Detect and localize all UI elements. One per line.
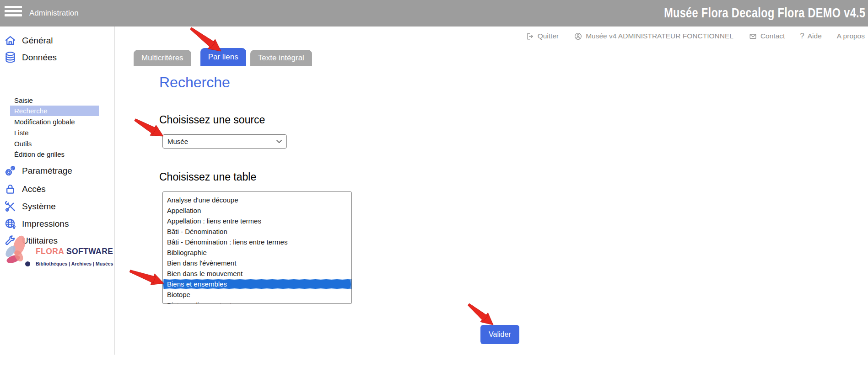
list-item[interactable]: Analyse d'une découpe xyxy=(163,195,351,205)
sidebar-item-label: Impressions xyxy=(22,219,69,229)
flora-software-logo: FLORA SOFTWARE Bibliothèques | Archives … xyxy=(0,232,112,273)
mail-icon xyxy=(749,32,757,41)
logo-tagline: Bibliothèques | Archives | Musées xyxy=(36,261,113,266)
tools-icon xyxy=(4,200,16,213)
sidebar-item-donnees[interactable]: Données xyxy=(4,51,57,64)
list-item[interactable]: Biotope xyxy=(163,289,351,300)
help-link[interactable]: ? Aide xyxy=(800,32,822,41)
sidebar-subitem-edition-de-grilles[interactable]: Édition de grilles xyxy=(14,149,65,159)
source-select[interactable]: Musée xyxy=(162,134,287,149)
sidebar-item-impressions[interactable]: Impressions xyxy=(4,218,69,230)
sidebar-item-acces[interactable]: Accès xyxy=(4,183,46,195)
logo-name: FLORA SOFTWARE xyxy=(36,247,113,256)
home-icon xyxy=(4,34,16,47)
lock-icon xyxy=(4,183,16,195)
list-item-clipped[interactable]: Biotope : liens entre termes xyxy=(163,300,351,304)
brand-title: Musée Flora Decalog Flora DEMO v4.5 xyxy=(664,0,865,27)
page-title: Recherche xyxy=(159,74,230,91)
top-header-bar: Administration Musée Flora Decalog Flora… xyxy=(0,0,868,27)
sidebar-item-label: Système xyxy=(22,202,56,212)
list-item[interactable]: Bien dans le mouvement xyxy=(163,268,351,279)
user-icon xyxy=(574,32,582,41)
sidebar-item-parametrage[interactable]: Paramétrage xyxy=(4,165,72,177)
sidebar-item-systeme[interactable]: Système xyxy=(4,200,56,213)
about-link[interactable]: A propos xyxy=(837,32,865,40)
sidebar-item-label: Données xyxy=(22,53,57,63)
list-item-selected[interactable]: Biens et ensembles xyxy=(163,279,351,289)
source-section-heading: Choisissez une source xyxy=(159,114,265,126)
source-select-value: Musée xyxy=(167,138,188,145)
table-listbox[interactable]: Analyse d'une découpe Appellation Appell… xyxy=(162,191,352,304)
quit-link[interactable]: Quitter xyxy=(526,32,559,41)
userbar: Quitter Musée v4 ADMINISTRATEUR FONCTION… xyxy=(526,32,865,41)
database-icon xyxy=(4,51,16,64)
tab-multicriteres[interactable]: Multicritères xyxy=(134,50,191,66)
sidebar-item-label: Général xyxy=(22,36,53,46)
sidebar-subitem-modification-globale[interactable]: Modification globale xyxy=(14,117,75,127)
sidebar-subitem-liste[interactable]: Liste xyxy=(14,128,29,138)
sidebar-item-label: Accès xyxy=(22,184,46,194)
list-item[interactable]: Bâti - Dénomination : liens entre termes xyxy=(163,237,351,247)
valider-button[interactable]: Valider xyxy=(480,325,519,344)
search-tabs: Multicritères Par liens Texte intégral xyxy=(134,48,312,66)
list-item[interactable]: Appellation : liens entre termes xyxy=(163,216,351,226)
chevron-down-icon xyxy=(276,140,282,143)
application-window: Administration Musée Flora Decalog Flora… xyxy=(0,0,868,372)
tab-par-liens[interactable]: Par liens xyxy=(200,48,246,66)
sidebar-subitem-recherche[interactable]: Recherche xyxy=(10,106,99,116)
globe-icon xyxy=(4,218,16,230)
sidebar-item-label: Paramétrage xyxy=(22,166,72,176)
table-section-heading: Choisissez une table xyxy=(159,171,256,183)
hamburger-menu-icon[interactable] xyxy=(5,6,22,21)
contact-link[interactable]: Contact xyxy=(749,32,785,41)
exit-icon xyxy=(526,32,534,41)
current-user[interactable]: Musée v4 ADMINISTRATEUR FONCTIONNEL xyxy=(574,32,733,41)
annotation-arrows xyxy=(0,0,868,372)
logo-dot xyxy=(25,261,30,266)
gears-icon xyxy=(4,165,16,177)
sidebar-item-general[interactable]: Général xyxy=(4,34,53,47)
list-item[interactable]: Bibliographie xyxy=(163,247,351,258)
list-item[interactable]: Bien dans l'évènement xyxy=(163,258,351,268)
tab-texte-integral[interactable]: Texte intégral xyxy=(250,50,312,66)
list-item[interactable]: Bâti - Dénomination xyxy=(163,226,351,237)
app-title: Administration xyxy=(29,0,79,27)
question-mark-icon: ? xyxy=(800,32,804,41)
sidebar: Général Données Saisie Recherche Modific… xyxy=(0,27,114,355)
list-item[interactable]: Appellation xyxy=(163,205,351,216)
sidebar-subitem-outils[interactable]: Outils xyxy=(14,138,32,149)
sidebar-subitem-saisie[interactable]: Saisie xyxy=(14,95,33,106)
